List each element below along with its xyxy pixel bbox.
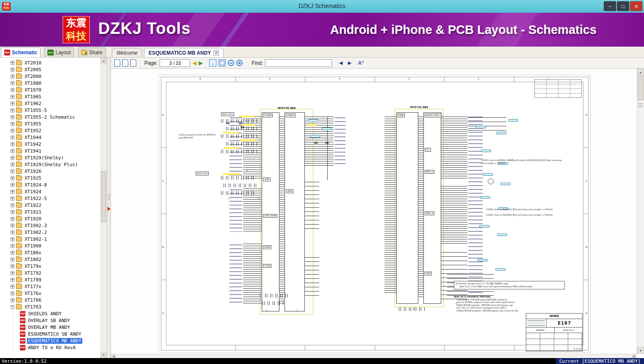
expand-icon[interactable] [11, 176, 14, 180]
tree-folder-item[interactable]: XT1970 [0, 86, 100, 93]
scroll-up-icon[interactable] [101, 58, 107, 64]
expand-icon[interactable] [11, 244, 14, 248]
expand-icon[interactable] [11, 183, 14, 187]
find-input[interactable] [265, 59, 332, 67]
close-button[interactable] [630, 1, 642, 11]
tree-folder-item[interactable]: XT1766 [0, 297, 100, 303]
tree-file-item[interactable]: ESQUEMATICO MB ANDY [0, 337, 100, 344]
expand-icon[interactable] [11, 75, 14, 78]
fit-page-icon[interactable] [218, 59, 226, 67]
tree-file-item[interactable]: OVERLAY SB ANDY [0, 317, 100, 324]
tree-folder-item[interactable]: XT1920 [0, 215, 100, 222]
tree-folder-item[interactable]: XT2000 [0, 73, 100, 80]
expand-icon[interactable] [11, 88, 14, 92]
expand-icon[interactable] [11, 95, 14, 99]
collapse-icon[interactable] [11, 305, 14, 309]
expand-icon[interactable] [11, 278, 14, 282]
tree-folder-item[interactable]: XT1925 [0, 175, 100, 181]
tree-folder-item[interactable]: XT1941 [0, 147, 100, 154]
splitter-grip[interactable] [108, 194, 110, 201]
schematic-viewer[interactable]: 6 5 4 3 2 1 D C B A D C B A MT6735-SBS V… [111, 69, 637, 354]
expand-icon[interactable] [11, 271, 14, 275]
expand-icon[interactable] [11, 61, 14, 65]
tree-folder-item[interactable]: XT1965 [0, 93, 100, 100]
tree-folder-item[interactable]: XT1902-3 [0, 222, 100, 229]
tree-folder-item[interactable]: XT1792 [0, 270, 100, 276]
expand-icon[interactable] [11, 292, 14, 295]
copy-page-icon[interactable] [122, 59, 128, 67]
expand-icon[interactable] [11, 258, 14, 261]
tree-folder-item[interactable]: XT1900 [0, 242, 100, 249]
tree-folder-item[interactable]: XT1955-2 Schematic [0, 114, 100, 120]
previous-page-button[interactable] [192, 60, 196, 66]
expand-icon[interactable] [11, 136, 14, 139]
sidebar-scrollbar[interactable] [100, 58, 107, 358]
expand-icon[interactable] [11, 203, 14, 207]
expand-icon[interactable] [11, 149, 14, 153]
tree-folder-item[interactable]: XT1926 [0, 168, 100, 175]
tree-folder-item[interactable]: XT1922-5 [0, 195, 100, 202]
expand-icon[interactable] [11, 197, 14, 200]
scroll-up-icon[interactable] [637, 69, 644, 75]
tree-folder-item[interactable]: XT2010 [0, 59, 100, 66]
expand-icon[interactable] [11, 102, 14, 106]
zoom-in-button[interactable] [236, 60, 243, 66]
tree-folder-item[interactable]: XT1962 [0, 100, 100, 107]
scrollbar-thumb[interactable] [101, 171, 106, 222]
tree-folder-item[interactable]: XT1955 [0, 120, 100, 127]
tree-folder-item[interactable]: XT1924 [0, 188, 100, 195]
tree-folder-item[interactable]: XT1902-1 [0, 236, 100, 242]
expand-icon[interactable] [11, 129, 14, 133]
viewer-horizontal-scrollbar[interactable] [111, 354, 637, 358]
tree-folder-item[interactable]: XT1929(Shelby) [0, 154, 100, 161]
tree-file-item[interactable]: OVERLAY MB ANDY [0, 324, 100, 331]
expand-icon[interactable] [11, 81, 14, 85]
expand-icon[interactable] [11, 285, 14, 289]
sidebar-splitter[interactable] [107, 58, 111, 358]
font-size-icon[interactable] [358, 60, 364, 66]
expand-icon[interactable] [11, 210, 14, 214]
expand-icon[interactable] [11, 169, 14, 173]
tree-folder-item[interactable]: XT1955-5 [0, 107, 100, 114]
tree-folder-item[interactable]: XT1924-8 [0, 181, 100, 188]
tree-folder-item[interactable]: XT180x [0, 249, 100, 256]
tree-file-item[interactable]: ANDY TX e RX RevA [0, 344, 100, 351]
tab-schematic[interactable]: Schematic [1, 47, 41, 57]
expand-icon[interactable] [11, 217, 14, 221]
tree-folder-item[interactable]: XT176x [0, 290, 100, 297]
next-page-button[interactable] [199, 60, 203, 66]
tree-folder-item[interactable]: XT1952 [0, 127, 100, 134]
expand-icon[interactable] [11, 142, 14, 146]
expand-icon[interactable] [11, 251, 14, 255]
split-view-grip[interactable] [638, 103, 643, 108]
tree-folder-item[interactable]: XT2005 [0, 66, 100, 73]
snapshot-page-icon[interactable] [130, 59, 136, 67]
scroll-right-icon[interactable] [632, 354, 637, 358]
tree-folder-item[interactable]: XT1921 [0, 208, 100, 215]
zoom-out-button[interactable] [228, 60, 234, 66]
expand-icon[interactable] [11, 224, 14, 228]
tab-esquematico-mb-andy[interactable]: ESQUEMATICO MB ANDY [144, 48, 224, 57]
expand-icon[interactable] [11, 68, 14, 72]
single-page-icon[interactable] [114, 59, 120, 67]
tree-folder-item[interactable]: XT179x [0, 263, 100, 270]
expand-icon[interactable] [11, 264, 14, 268]
expand-icon[interactable] [11, 108, 14, 112]
tree-folder-item-expanded[interactable]: XT1763 [0, 303, 100, 310]
tree-folder-item[interactable]: XT1802 [0, 256, 100, 263]
expand-icon[interactable] [11, 115, 14, 119]
tab-share[interactable]: Share [78, 47, 106, 57]
minimize-button[interactable] [604, 1, 616, 11]
page-input[interactable] [160, 59, 190, 67]
tree-folder-item[interactable]: XT1929(Shelby Plus) [0, 161, 100, 168]
tree-folder-item[interactable]: XT1944 [0, 134, 100, 141]
viewer-vertical-scrollbar[interactable] [637, 69, 644, 354]
expand-icon[interactable] [11, 298, 14, 302]
expand-icon[interactable] [11, 190, 14, 194]
maximize-button[interactable] [617, 1, 629, 11]
collapse-arrow-icon[interactable] [108, 207, 111, 211]
scroll-down-icon[interactable] [101, 352, 107, 358]
expand-icon[interactable] [11, 122, 14, 126]
tree-folder-item[interactable]: XT1980 [0, 80, 100, 86]
tree-folder-item[interactable]: XT177x [0, 283, 100, 290]
